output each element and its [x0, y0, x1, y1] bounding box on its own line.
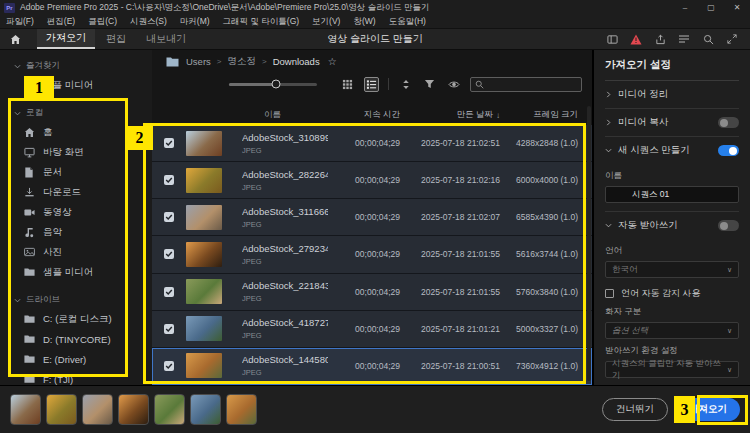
file-created: 2025-07-18 21:02:16 [400, 175, 500, 185]
new-sequence-toggle[interactable] [718, 145, 739, 156]
window-controls: – ▢ ✕ [672, 0, 750, 15]
section-auto-transcribe[interactable]: 자동 받아쓰기 [605, 212, 739, 239]
section-media-organize[interactable]: 미디어 정리 [605, 81, 739, 109]
sort-icon[interactable] [398, 77, 413, 92]
strip-thumbnail[interactable] [46, 394, 77, 425]
local-item-1[interactable]: 홈 [0, 122, 152, 142]
skip-button[interactable]: 건너뛰기 [602, 398, 668, 421]
local-section-header[interactable]: 로컬 [0, 103, 152, 122]
local-item-8[interactable]: 샘플 미디어 [0, 262, 152, 282]
file-table: AdobeStock_310899965JPEG00;00;04;292025-… [152, 125, 592, 385]
column-name[interactable]: 이름 [234, 109, 328, 121]
strip-thumbnail[interactable] [118, 394, 149, 425]
local-item-5[interactable]: 동영상 [0, 202, 152, 222]
auto-detect-checkbox[interactable] [605, 289, 614, 298]
thumbnail-size-slider[interactable] [229, 83, 317, 86]
local-item-3[interactable]: 문서 [0, 162, 152, 182]
breadcrumb-segment[interactable]: Downloads [273, 56, 320, 67]
row-checkbox[interactable] [164, 249, 174, 259]
menu-item-6[interactable]: 그래픽 및 타이틀(G) [223, 16, 300, 28]
section-new-sequence[interactable]: 새 시퀀스 만들기 [605, 137, 739, 164]
minimize-button[interactable]: – [672, 0, 698, 15]
home-icon[interactable] [10, 34, 21, 45]
search-input[interactable] [488, 79, 577, 89]
file-browser: Users>명소정>Downloads ☆ 이름 지속 시간 [152, 50, 593, 385]
list-view-icon[interactable] [364, 77, 379, 92]
local-list: 홈바탕 화면문서다운로드동영상음악사진샘플 미디어 [0, 122, 152, 282]
menu-item-4[interactable]: 시퀀스(S) [130, 16, 167, 28]
drive-item-1[interactable]: C: (로컬 디스크) [0, 309, 152, 329]
row-checkbox[interactable] [164, 175, 174, 185]
favorites-section-header[interactable]: 즐겨찾기 [0, 56, 152, 75]
file-name: AdobeStock_279234009 [242, 243, 328, 254]
strip-thumbnail[interactable] [82, 394, 113, 425]
favorites-item-1[interactable]: 샘플 미디어 [0, 75, 152, 95]
file-thumbnail [186, 316, 222, 341]
file-frame-size: 5616x3744 (1.0) [500, 249, 592, 259]
breadcrumb-segment[interactable]: Users [186, 56, 211, 67]
menu-item-3[interactable]: 클립(C) [88, 16, 117, 28]
menu-item-2[interactable]: 편집(E) [47, 16, 75, 28]
drive-item-3[interactable]: E: (Driver) [0, 349, 152, 369]
column-duration[interactable]: 지속 시간 [328, 109, 400, 121]
language-select[interactable]: 한국어∨ [605, 261, 739, 278]
preview-eye-icon[interactable] [446, 77, 461, 92]
drive-item-4[interactable]: F: (TJl) [0, 369, 152, 385]
auto-transcribe-toggle[interactable] [718, 220, 739, 231]
row-checkbox[interactable] [164, 361, 174, 371]
share-icon[interactable] [654, 33, 666, 45]
table-row[interactable]: AdobeStock_144580870JPEG00;00;04;292025-… [152, 348, 592, 385]
row-checkbox[interactable] [164, 287, 174, 297]
drive-item-2[interactable]: D: (TINYCORE) [0, 329, 152, 349]
close-button[interactable]: ✕ [724, 0, 750, 15]
table-row[interactable]: AdobeStock_279234009JPEG00;00;04;292025-… [152, 236, 592, 273]
table-row[interactable]: AdobeStock_311666042JPEG00;00;04;292025-… [152, 199, 592, 236]
drives-section-header[interactable]: 드라이브 [0, 290, 152, 309]
fullscreen-icon[interactable] [726, 33, 738, 45]
row-checkbox[interactable] [164, 138, 174, 148]
menu-item-5[interactable]: 마커(M) [180, 16, 210, 28]
favorites-list: 샘플 미디어 [0, 75, 152, 95]
table-row[interactable]: AdobeStock_282264778JPEG00;00;04;292025-… [152, 162, 592, 199]
menu-item-1[interactable]: 파일(F) [6, 16, 34, 28]
media-copy-toggle[interactable] [718, 117, 739, 128]
tab-edit[interactable]: 편집 [97, 29, 135, 49]
row-checkbox[interactable] [164, 212, 174, 222]
table-row[interactable]: AdobeStock_418727642JPEG00;00;04;292025-… [152, 311, 592, 348]
local-item-6[interactable]: 음악 [0, 222, 152, 242]
tab-export[interactable]: 내보내기 [137, 29, 195, 49]
vertical-scrollbar[interactable] [587, 106, 591, 381]
local-item-7[interactable]: 사진 [0, 242, 152, 262]
quick-search-icon[interactable] [702, 33, 714, 45]
column-frame-size[interactable]: 프레임 크기 [500, 109, 592, 121]
menu-item-9[interactable]: 도움말(H) [389, 16, 426, 28]
tab-import[interactable]: 가져오기 [37, 29, 95, 49]
breadcrumb-segment[interactable]: 명소정 [227, 55, 256, 68]
stack-icon[interactable] [678, 33, 690, 45]
menu-item-7[interactable]: 보기(V) [312, 16, 340, 28]
strip-thumbnail[interactable] [10, 394, 41, 425]
workspace-icon[interactable] [606, 33, 618, 45]
strip-thumbnail[interactable] [226, 394, 257, 425]
row-checkbox[interactable] [164, 324, 174, 334]
warning-icon[interactable] [630, 33, 642, 45]
filter-icon[interactable] [422, 77, 437, 92]
transcript-pref-select[interactable]: 시퀀스의 클립만 자동 받아쓰기∨ [605, 361, 739, 378]
strip-thumbnail[interactable] [190, 394, 221, 425]
column-created[interactable]: 만든 날짜↓ [400, 109, 500, 121]
favorite-star-icon[interactable]: ☆ [328, 56, 337, 67]
table-row[interactable]: AdobeStock_221843437JPEG00;00;04;292025-… [152, 274, 592, 311]
maximize-button[interactable]: ▢ [698, 0, 724, 15]
section-media-copy[interactable]: 미디어 복사 [605, 109, 739, 137]
import-button[interactable]: 가져오기 [676, 398, 740, 421]
local-item-2[interactable]: 바탕 화면 [0, 142, 152, 162]
grid-view-icon[interactable] [340, 77, 355, 92]
sequence-name-input[interactable]: 시퀀스 01 [605, 186, 739, 203]
auto-detect-row[interactable]: 언어 자동 감지 사용 [605, 287, 739, 300]
strip-thumbnail[interactable] [154, 394, 185, 425]
footer-buttons: 건너뛰기 가져오기 [602, 398, 740, 421]
speaker-select[interactable]: 옵션 선택∨ [605, 322, 739, 339]
local-item-4[interactable]: 다운로드 [0, 182, 152, 202]
table-row[interactable]: AdobeStock_310899965JPEG00;00;04;292025-… [152, 125, 592, 162]
menu-item-8[interactable]: 창(W) [353, 16, 375, 28]
